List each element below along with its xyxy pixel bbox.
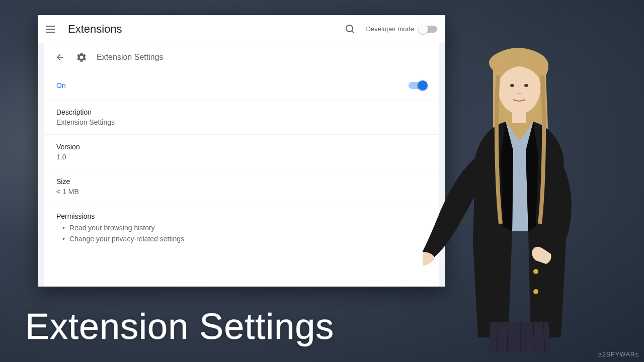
extension-detail-panel: Extension Settings On Description Extens… bbox=[44, 43, 439, 287]
watermark: ≥2SPYWAR≤ bbox=[599, 351, 639, 358]
topbar: Extensions Developer mode bbox=[38, 15, 445, 43]
developer-mode-control: Developer mode bbox=[366, 25, 437, 33]
presenter-figure bbox=[423, 40, 614, 352]
svg-point-15 bbox=[524, 84, 528, 87]
search-icon[interactable] bbox=[344, 23, 356, 35]
permission-item: Change your privacy-related settings bbox=[62, 233, 427, 244]
svg-point-0 bbox=[346, 25, 353, 32]
on-label: On bbox=[56, 81, 66, 89]
developer-mode-label: Developer mode bbox=[366, 25, 414, 33]
gear-icon bbox=[75, 51, 88, 63]
developer-mode-toggle[interactable] bbox=[419, 26, 437, 33]
page-title: Extensions bbox=[68, 23, 344, 36]
extension-name: Extension Settings bbox=[97, 53, 164, 62]
version-value: 1.0 bbox=[56, 153, 427, 161]
permissions-label: Permissions bbox=[56, 212, 427, 220]
permissions-list: Read your browsing history Change your p… bbox=[56, 222, 427, 245]
svg-point-7 bbox=[533, 289, 538, 294]
svg-point-6 bbox=[533, 269, 538, 274]
version-section: Version 1.0 bbox=[44, 135, 439, 169]
size-value: < 1 MB bbox=[56, 188, 427, 196]
svg-line-1 bbox=[352, 31, 354, 33]
description-value: Extension Settings bbox=[56, 118, 427, 126]
svg-rect-4 bbox=[512, 111, 526, 123]
detail-header: Extension Settings bbox=[44, 43, 439, 71]
size-section: Size < 1 MB bbox=[44, 169, 439, 204]
overlay-title: Extension Settings bbox=[25, 306, 334, 347]
back-arrow-icon[interactable] bbox=[54, 51, 66, 63]
permissions-section: Permissions Read your browsing history C… bbox=[44, 204, 439, 253]
description-section: Description Extension Settings bbox=[44, 100, 439, 135]
version-label: Version bbox=[56, 143, 427, 151]
enable-section: On bbox=[44, 71, 439, 100]
description-label: Description bbox=[56, 108, 427, 116]
content-area: Extension Settings On Description Extens… bbox=[38, 43, 445, 287]
menu-icon[interactable] bbox=[46, 23, 58, 35]
permission-item: Read your browsing history bbox=[62, 222, 427, 233]
extensions-window: Extensions Developer mode Extension Sett… bbox=[38, 15, 445, 287]
svg-point-14 bbox=[510, 84, 514, 87]
size-label: Size bbox=[56, 177, 427, 186]
